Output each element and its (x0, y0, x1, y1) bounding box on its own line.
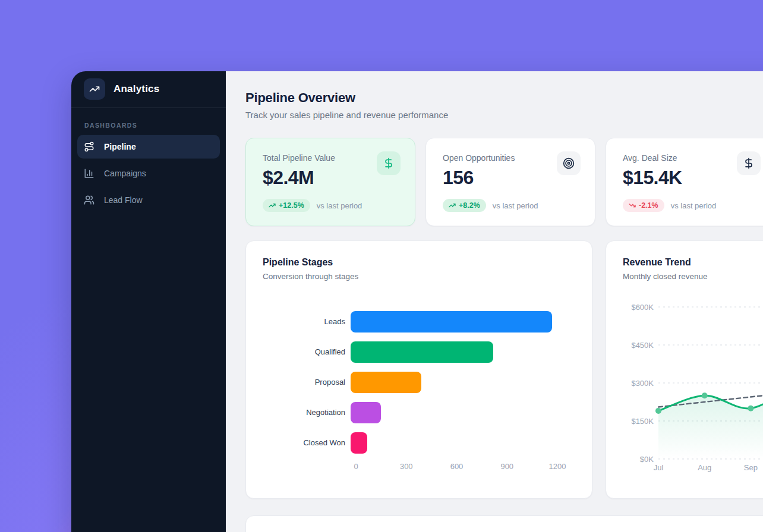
page-subtitle: Track your sales pipeline and revenue pe… (245, 110, 763, 120)
sidebar-item-lead-flow[interactable]: Lead Flow (77, 188, 220, 212)
trending-up-icon (449, 202, 456, 209)
kpi-change-badge: +12.5% (263, 199, 310, 212)
data-point-dot (655, 408, 661, 414)
page-title: Pipeline Overview (245, 90, 763, 106)
x-axis-tick: 900 (500, 462, 513, 471)
bar-track (351, 311, 552, 332)
bottom-card (245, 515, 763, 532)
bar-row: Qualified (263, 341, 575, 363)
y-axis-label: $0K (640, 455, 654, 464)
dollar-icon (383, 157, 395, 169)
bar (351, 402, 381, 423)
y-axis-label: $300K (631, 379, 654, 388)
sidebar-item-label: Campaigns (104, 169, 146, 178)
kpi-change-badge: -2.1% (623, 199, 664, 212)
users-icon (84, 195, 94, 205)
sidebar-item-label: Lead Flow (104, 195, 143, 205)
sidebar-item-label: Pipeline (104, 142, 136, 151)
dollar-icon (743, 157, 755, 169)
charts-row: Pipeline Stages Conversion through stage… (245, 240, 763, 499)
bar-category-label: Qualified (263, 348, 351, 357)
pipeline-x-axis: 03006009001200 (356, 462, 557, 471)
bar-track (351, 372, 552, 393)
sidebar-item-campaigns[interactable]: Campaigns (77, 162, 220, 185)
kpi-change-value: -2.1% (639, 201, 658, 210)
bar-track (351, 432, 552, 454)
x-axis-tick: 300 (400, 462, 413, 471)
main-area: Pipeline Overview Track your sales pipel… (226, 71, 763, 532)
route-icon (84, 141, 94, 152)
kpi-note: vs last period (317, 201, 362, 210)
app-window: Analytics DASHBOARDS PipelineCampaignsLe… (71, 71, 763, 532)
sidebar: Analytics DASHBOARDS PipelineCampaignsLe… (71, 71, 226, 532)
target-icon (563, 157, 575, 169)
y-axis-label: $450K (631, 341, 654, 350)
chart-title: Revenue Trend (623, 256, 758, 268)
kpi-meta: +12.5%vs last period (263, 199, 398, 212)
app-logo (84, 78, 105, 100)
chart-subtitle: Conversion through stages (263, 271, 575, 281)
bar-row: Proposal (263, 372, 575, 393)
bar-category-label: Closed Won (263, 439, 351, 448)
y-axis-label: $150K (631, 417, 654, 426)
bar-track (351, 402, 552, 423)
trending-up-icon (269, 202, 276, 209)
kpi-card: Avg. Deal Size$15.4K-2.1%vs last period (606, 138, 763, 226)
bar-row: Leads (263, 311, 575, 332)
x-axis-label: Jul (654, 463, 664, 472)
kpi-note: vs last period (493, 201, 538, 210)
bar-track (351, 341, 552, 363)
kpi-meta: +8.2%vs last period (443, 199, 578, 212)
chart-title: Pipeline Stages (263, 256, 575, 268)
kpi-note: vs last period (671, 201, 717, 210)
sidebar-nav: PipelineCampaignsLead Flow (71, 135, 226, 212)
kpi-icon-chip (737, 151, 761, 175)
bar-chart-icon (84, 168, 94, 179)
bar (351, 341, 493, 363)
bar-category-label: Proposal (263, 378, 351, 387)
trending-down-icon (629, 202, 636, 209)
revenue-trend-card: Revenue Trend Monthly closed revenue $60… (606, 240, 763, 499)
kpi-card: Open Opportunities156+8.2%vs last period (425, 138, 595, 226)
pipeline-bars: LeadsQualifiedProposalNegotiationClosed … (263, 311, 575, 454)
sidebar-header: Analytics (71, 71, 226, 108)
revenue-line-chart: $600K$450K$300K$150K$0KJulAugSepOct (623, 297, 763, 476)
kpi-change-value: +8.2% (459, 201, 480, 210)
revenue-area (658, 383, 763, 459)
sidebar-section-label: DASHBOARDS (84, 122, 226, 129)
bar (351, 432, 367, 454)
y-axis-label: $600K (631, 303, 654, 312)
kpi-meta: -2.1%vs last period (623, 199, 758, 212)
app-title: Analytics (113, 83, 159, 95)
x-axis-label: Sep (744, 463, 758, 472)
kpi-row: Total Pipeline Value$2.4M+12.5%vs last p… (245, 138, 763, 226)
x-axis-tick: 600 (450, 462, 464, 471)
chart-subtitle: Monthly closed revenue (623, 271, 758, 281)
kpi-change-value: +12.5% (279, 201, 304, 210)
bar-row: Closed Won (263, 432, 575, 454)
trending-up-icon (89, 84, 100, 94)
bar (351, 372, 421, 393)
sidebar-item-pipeline[interactable]: Pipeline (77, 135, 220, 159)
revenue-chart: $600K$450K$300K$150K$0KJulAugSepOct (623, 297, 758, 476)
kpi-icon-chip (557, 151, 581, 175)
kpi-card: Total Pipeline Value$2.4M+12.5%vs last p… (245, 138, 415, 226)
kpi-change-badge: +8.2% (443, 199, 486, 212)
pipeline-stages-card: Pipeline Stages Conversion through stage… (245, 240, 592, 499)
kpi-icon-chip (377, 151, 401, 175)
x-axis-tick: 0 (354, 462, 358, 471)
bar (351, 311, 552, 332)
bar-row: Negotiation (263, 402, 575, 423)
x-axis-label: Aug (698, 463, 711, 472)
bar-category-label: Leads (263, 318, 351, 327)
data-point-dot (702, 392, 708, 398)
data-point-dot (748, 406, 753, 411)
bar-category-label: Negotiation (263, 408, 351, 417)
x-axis-tick: 1200 (549, 462, 566, 471)
